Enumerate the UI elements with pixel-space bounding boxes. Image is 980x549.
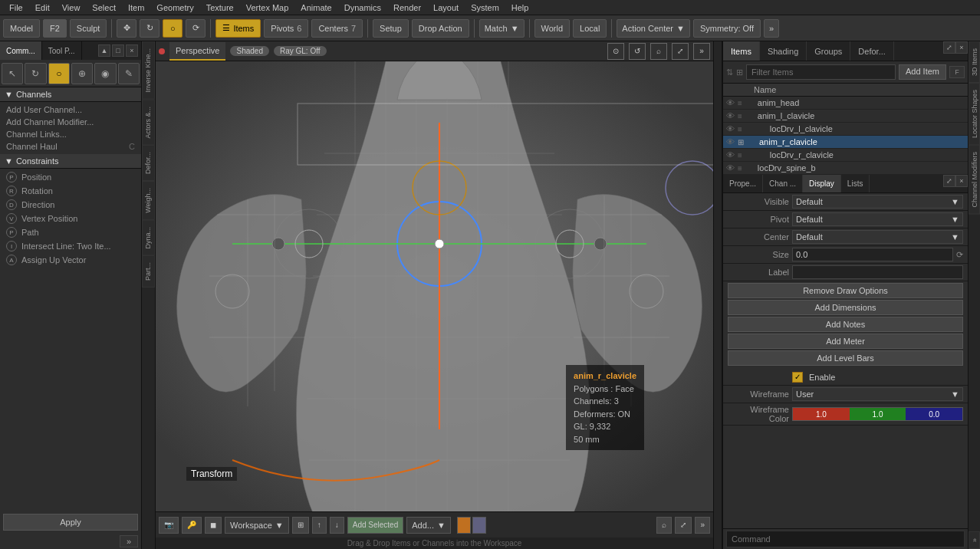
props-tab-prope[interactable]: Prope... [723, 175, 763, 192]
viewport-3d[interactable]: Transform anim_r_clavicle Polygons : Fac… [156, 61, 713, 511]
ws-key-btn[interactable]: 🔑 [182, 517, 202, 534]
menu-item[interactable]: Item [122, 3, 150, 12]
tab-tool[interactable]: Tool P... [42, 41, 82, 60]
channel-haul-item[interactable]: Channel Haul C [0, 140, 141, 153]
eye-locdrv-r-clavicle[interactable]: 👁 [726, 150, 735, 159]
transform-btn-4[interactable]: ⟳ [186, 19, 206, 38]
command-input[interactable] [726, 531, 965, 547]
ws-orange-btn[interactable] [457, 517, 471, 534]
filter-input[interactable] [746, 64, 896, 80]
vp-tab-shaded[interactable]: Shaded [230, 46, 268, 56]
apply-button[interactable]: Apply [3, 514, 138, 531]
ws-step-fwd-btn[interactable]: ↑ [312, 517, 327, 534]
menu-geometry[interactable]: Geometry [150, 3, 199, 12]
vp-cam-btn[interactable]: ⊙ [607, 43, 624, 60]
f2-button[interactable]: F2 [43, 19, 67, 38]
constraints-header[interactable]: ▼ Constraints [0, 154, 141, 169]
right-tab-items[interactable]: Items [723, 41, 760, 61]
props-close-btn[interactable]: × [955, 175, 968, 187]
vp-tab-perspective[interactable]: Perspective [169, 42, 225, 61]
detach-left-btn[interactable]: □ [112, 44, 124, 57]
ws-step-btn[interactable]: ◼ [205, 517, 222, 534]
eye-anim-r-clavicle[interactable]: 👁 [726, 137, 735, 146]
v-tab-locator-shapes[interactable]: Locator Shapes [968, 83, 980, 145]
wf-b-seg[interactable]: 0.0 [906, 408, 962, 420]
visible-dropdown[interactable]: Default ▼ [792, 195, 963, 209]
vp-more-btn[interactable]: » [693, 43, 710, 60]
item-anim-head[interactable]: 👁 ≡ anim_head [723, 97, 968, 110]
close-left-btn[interactable]: × [126, 44, 138, 57]
v-tab-weigh[interactable]: Weigh... [142, 181, 155, 220]
menu-system[interactable]: System [465, 3, 505, 12]
ws-fit-btn[interactable]: ⤢ [675, 517, 692, 534]
menu-dynamics[interactable]: Dynamics [338, 3, 387, 12]
right-tab-groups[interactable]: Groups [807, 41, 850, 61]
add-level-bars-btn[interactable]: Add Level Bars [728, 350, 963, 366]
add-dimensions-btn[interactable]: Add Dimensions [728, 300, 963, 315]
shape-icon-btn[interactable]: ◉ [94, 63, 116, 84]
add-item-button[interactable]: Add Item [899, 64, 946, 80]
props-tab-display[interactable]: Display [803, 175, 841, 192]
wireframe-color-bar[interactable]: 1.0 1.0 0.0 [792, 407, 963, 421]
position-item[interactable]: P Position [0, 170, 141, 184]
setup-button[interactable]: Setup [373, 19, 409, 38]
centers-button[interactable]: Centers 7 [311, 19, 363, 38]
expand-left-btn[interactable]: ▲ [98, 44, 110, 57]
wf-r-seg[interactable]: 1.0 [793, 408, 850, 420]
vertex-position-item[interactable]: V Vertex Position [0, 212, 141, 225]
menu-help[interactable]: Help [505, 3, 535, 12]
menu-file[interactable]: File [3, 3, 29, 12]
eye-locdrv-spine-b[interactable]: 👁 [726, 163, 735, 173]
arrow-icon-btn[interactable]: ↖ [2, 63, 23, 84]
right-panel-close-btn[interactable]: × [955, 41, 968, 54]
intersect-item[interactable]: I Intersect Line: Two Ite... [0, 239, 141, 253]
vp-expand-btn[interactable]: ⤢ [672, 43, 689, 60]
transform-btn-1[interactable]: ✥ [117, 19, 136, 38]
pivot-dropdown[interactable]: Default ▼ [792, 212, 963, 226]
menu-select[interactable]: Select [86, 3, 122, 12]
item-anim-l-clavicle[interactable]: 👁 ≡ anim_l_clavicle [723, 110, 968, 123]
v-tab-expand-r[interactable]: » [968, 531, 980, 549]
rotate-icon-btn[interactable]: ↻ [25, 63, 46, 84]
vp-refresh-btn[interactable]: ↺ [629, 43, 646, 60]
paint-icon-btn[interactable]: ✎ [118, 63, 140, 84]
center-dropdown[interactable]: Default ▼ [792, 230, 963, 244]
sculpt-button[interactable]: Sculpt [70, 19, 107, 38]
v-tab-channel-modifiers[interactable]: Channel Modifiers [968, 145, 980, 215]
items-button[interactable]: ☰ Items [215, 19, 261, 38]
eye-anim-head[interactable]: 👁 [726, 98, 735, 107]
action-center-dropdown[interactable]: Action Center ▼ [617, 19, 690, 38]
more-button[interactable]: » [764, 19, 779, 38]
v-tab-actors[interactable]: Actors &... [142, 100, 155, 146]
match-dropdown[interactable]: Match ▼ [479, 19, 525, 38]
v-tab-inverse[interactable]: Inverse Kine... [142, 41, 155, 100]
item-locdrv-spine-b[interactable]: 👁 ≡ locDrv_spine_b [723, 162, 968, 175]
tab-comm[interactable]: Comm... [0, 41, 42, 60]
right-tab-defor[interactable]: Defor... [850, 41, 893, 61]
ws-grid-btn[interactable]: ⊞ [292, 517, 309, 534]
menu-animate[interactable]: Animate [294, 3, 337, 12]
size-reset-btn[interactable]: ⟳ [956, 250, 963, 260]
add-notes-btn[interactable]: Add Notes [728, 317, 963, 332]
transform-btn-3[interactable]: ○ [163, 19, 183, 38]
symmetry-button[interactable]: Symmetry: Off [693, 19, 761, 38]
pivots-button[interactable]: Pivots 6 [264, 19, 308, 38]
add-channel-modifier-item[interactable]: Add Channel Modifier... [0, 116, 141, 128]
size-input[interactable] [792, 248, 953, 261]
add-user-channel-item[interactable]: Add User Channel... [0, 104, 141, 116]
right-panel-expand-btn[interactable]: ⤢ [943, 41, 955, 54]
local-button[interactable]: Local [573, 19, 607, 38]
v-tab-3d-items[interactable]: 3D Items [968, 41, 980, 83]
transform-icon-btn[interactable]: ⊕ [71, 63, 93, 84]
world-button[interactable]: World [534, 19, 571, 38]
add-meter-btn[interactable]: Add Meter [728, 334, 963, 349]
assign-up-vector-item[interactable]: A Assign Up Vector [0, 253, 141, 267]
enable-checkbox[interactable]: ✓ [792, 372, 803, 383]
remove-draw-options-btn[interactable]: Remove Draw Options [728, 283, 963, 298]
v-tab-dyna[interactable]: Dyna... [142, 220, 155, 256]
circle-icon-btn[interactable]: ○ [48, 63, 70, 84]
eye-anim-l-clavicle[interactable]: 👁 [726, 111, 735, 120]
drop-action-button[interactable]: Drop Action [412, 19, 469, 38]
ws-step-back-btn[interactable]: ↓ [330, 517, 344, 534]
item-anim-r-clavicle[interactable]: 👁 ⊞ anim_r_clavicle [723, 136, 968, 149]
